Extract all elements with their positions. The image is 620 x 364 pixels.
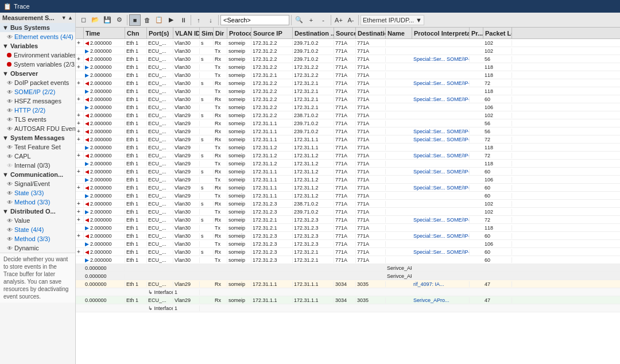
- sidebar-item-bus-systems[interactable]: ▼ Bus Systems: [0, 23, 75, 32]
- col-header-time[interactable]: Time: [84, 28, 125, 38]
- col-header-interp[interactable]: Protocol Interpretati...: [412, 28, 470, 38]
- sidebar-item-state-3-3[interactable]: 👁 State (3/3): [0, 188, 75, 198]
- col-header-sim[interactable]: Sim: [200, 28, 214, 38]
- col-header-dstp[interactable]: Destination ...: [356, 28, 386, 38]
- cell-expand[interactable]: +: [76, 216, 84, 223]
- table-row[interactable]: ▶2.000000 Eth 1 ECU_... Vlan30 Tx someip…: [76, 47, 620, 55]
- toolbar-btn-12[interactable]: A+: [333, 14, 344, 26]
- table-row[interactable]: + ◀2.000000 Eth 1 ECU_... Vlan29 s Rx so…: [76, 111, 620, 119]
- col-header-dir[interactable]: Dir: [214, 28, 227, 38]
- table-row[interactable]: + ◀2.000000 Eth 1 ECU_... Vlan30 s Rx so…: [76, 55, 620, 63]
- sidebar-item-distributed-header[interactable]: ▼ Distributed O...: [0, 207, 75, 216]
- table-row[interactable]: ▶2.000000 Eth 1 ECU_... Vlan30 Tx someip…: [76, 71, 620, 79]
- toolbar-btn-4[interactable]: ⚙: [114, 14, 125, 26]
- table-row[interactable]: + ◀2.000000 Eth 1 ECU_... Vlan30 s Rx so…: [76, 216, 620, 224]
- table-row[interactable]: + ◀2.000000 Eth 1 ECU_... Vlan29 s Rx so…: [76, 168, 620, 176]
- cell-expand[interactable]: +: [76, 112, 84, 118]
- sidebar-item-system-messages-header[interactable]: ▼ System Messages: [0, 133, 75, 142]
- sidebar-item-capl[interactable]: 👁 CAPL: [0, 152, 75, 161]
- sidebar-item-doip[interactable]: 👁 DoIP packet events: [0, 78, 75, 87]
- sidebar-item-signal-event[interactable]: 👁 Signal/Event: [0, 179, 75, 188]
- col-header-ports[interactable]: Port(s): [147, 28, 173, 38]
- col-header-pktlen[interactable]: Packet Len...: [483, 28, 512, 38]
- table-row[interactable]: ↳ Interface_A 1: [76, 288, 620, 296]
- toolbar-btn-stop[interactable]: ■: [129, 14, 141, 26]
- col-header-pr[interactable]: Pr...: [470, 28, 483, 38]
- table-row[interactable]: + ▶2.000000 Eth 1 ECU_... Vlan30 Tx some…: [76, 208, 620, 216]
- toolbar-btn-11[interactable]: -: [317, 14, 329, 26]
- col-header-vlan[interactable]: VLAN ID: [173, 28, 200, 38]
- toolbar-btn-9[interactable]: 🔍: [293, 14, 305, 26]
- toolbar-btn-8[interactable]: ↓: [205, 14, 216, 26]
- table-row[interactable]: + ◀2.000000 Eth 1 ECU_... Vlan29 s Rx so…: [76, 152, 620, 160]
- table-row[interactable]: ▶2.000000 Eth 1 ECU_... Vlan29 Tx someip…: [76, 160, 620, 168]
- col-header-dstip[interactable]: Destination ...: [293, 28, 334, 38]
- cell-expand[interactable]: +: [76, 120, 84, 126]
- table-row[interactable]: + ▶2.000000 Eth 1 ECU_... Vlan30 Tx some…: [76, 63, 620, 71]
- table-row[interactable]: + ◀2.000000 Eth 1 ECU_... Vlan30 s Rx so…: [76, 95, 620, 103]
- sidebar-item-tls[interactable]: 👁 TLS events: [0, 115, 75, 124]
- toolbar-btn-clear[interactable]: 🗑: [141, 14, 153, 26]
- table-row[interactable]: ▶2.000000 Eth 1 ECU_... Vlan30 Tx someip…: [76, 103, 620, 111]
- table-row[interactable]: ▶2.000000 Eth 1 ECU_... Vlan30 Tx someip…: [76, 240, 620, 248]
- cell-expand[interactable]: +: [76, 184, 84, 191]
- sidebar-item-variables-header[interactable]: ▼ Variables: [0, 41, 75, 51]
- col-header-chn[interactable]: Chn: [125, 28, 147, 38]
- table-row[interactable]: + ◀2.000000 Eth 1 ECU_... Vlan30 s Rx so…: [76, 39, 620, 47]
- sidebar-item-autosar[interactable]: 👁 AUTOSAR FDU Events: [0, 124, 75, 133]
- sidebar-item-http[interactable]: 👁 HTTP (2/2): [0, 106, 75, 115]
- toolbar-btn-3[interactable]: 💾: [102, 14, 113, 26]
- cell-expand[interactable]: +: [76, 249, 84, 255]
- table-area[interactable]: + ◀2.000000 Eth 1 ECU_... Vlan30 s Rx so…: [76, 39, 620, 364]
- table-row[interactable]: ▶2.000000 Eth 1 ECU_... Vlan30 Tx someip…: [76, 224, 620, 232]
- search-input[interactable]: [220, 15, 289, 25]
- table-row[interactable]: + ◀2.000000 Eth 1 ECU_... Vlan29 Rx some…: [76, 127, 620, 135]
- table-row[interactable]: 0.000000 Serivce_APro...: [76, 272, 620, 280]
- toolbar-btn-10[interactable]: +: [305, 14, 317, 26]
- sidebar-item-test-feature[interactable]: 👁 Test Feature Set: [0, 142, 75, 152]
- sidebar-item-someip[interactable]: 👁 SOME/IP (2/2): [0, 87, 75, 96]
- toolbar-btn-5[interactable]: ▶: [165, 14, 177, 26]
- table-row[interactable]: ▶2.000000 Eth 1 ECU_... Vlan29 Tx someip…: [76, 144, 620, 152]
- cell-expand[interactable]: +: [76, 128, 84, 134]
- col-header-srcp[interactable]: Source P...: [334, 28, 356, 38]
- sidebar-item-method-3-3[interactable]: 👁 Method (3/3): [0, 198, 75, 207]
- cell-expand[interactable]: +: [76, 56, 84, 62]
- toolbar-btn-13[interactable]: A-: [345, 14, 356, 26]
- sidebar-item-value[interactable]: 👁 Value: [0, 216, 75, 225]
- table-row[interactable]: 0.000000 Eth 1 ECU_... Vlan29 Rx someip …: [76, 280, 620, 288]
- filter-label[interactable]: Ethernet IP/UDP... ▼: [361, 15, 424, 25]
- filter-dropdown-icon[interactable]: ▼: [416, 17, 422, 24]
- table-row[interactable]: 0.000000 Eth 1 ECU_... Vlan29 Rx someip …: [76, 296, 620, 304]
- cell-expand[interactable]: +: [76, 168, 84, 175]
- cell-expand[interactable]: +: [76, 136, 84, 142]
- col-header-name[interactable]: Name: [386, 28, 412, 38]
- table-row[interactable]: + ◀2.000000 Eth 1 ECU_... Vlan30 s Rx so…: [76, 79, 620, 87]
- table-row[interactable]: 0.000000 Serivce_APro...: [76, 264, 620, 272]
- sidebar-item-method2[interactable]: 👁 Method (3/3): [0, 234, 75, 243]
- sidebar-item-hsfz[interactable]: 👁 HSFZ messages: [0, 96, 75, 106]
- cell-expand[interactable]: +: [76, 40, 84, 46]
- sidebar-item-state-4-4[interactable]: 👁 State (4/4): [0, 225, 75, 234]
- sidebar-item-observer-header[interactable]: ▼ Observer: [0, 69, 75, 78]
- table-row[interactable]: + ◀2.000000 Eth 1 ECU_... Vlan29 Rx some…: [76, 119, 620, 127]
- cell-expand[interactable]: +: [76, 152, 84, 158]
- sidebar-item-env-vars[interactable]: Environment variables: [0, 51, 75, 60]
- table-row[interactable]: ▶2.000000 Eth 1 ECU_... Vlan29 Tx someip…: [76, 192, 620, 200]
- cell-expand[interactable]: +: [76, 80, 84, 86]
- table-row[interactable]: ▶2.000000 Eth 1 ECU_... Vlan30 Tx someip…: [76, 87, 620, 95]
- cell-expand[interactable]: +: [76, 64, 84, 70]
- sidebar-item-internal[interactable]: 👁 Internal (0/3): [0, 161, 75, 170]
- table-row[interactable]: + ◀2.000000 Eth 1 ECU_... Vlan30 s Rx so…: [76, 232, 620, 240]
- col-header-srcip[interactable]: Source IP: [251, 28, 293, 38]
- table-row[interactable]: + ◀2.000000 Eth 1 ECU_... Vlan30 s Rx so…: [76, 248, 620, 256]
- table-row[interactable]: ▶2.000000 Eth 1 ECU_... Vlan30 Tx someip…: [76, 256, 620, 264]
- sidebar-item-dynamic[interactable]: 👁 Dynamic: [0, 243, 75, 253]
- toolbar-btn-2[interactable]: 📂: [90, 14, 101, 26]
- toolbar-btn-copy[interactable]: 📋: [153, 14, 165, 26]
- toolbar-btn-6[interactable]: ⏸: [177, 14, 189, 26]
- table-row[interactable]: + ◀2.000000 Eth 1 ECU_... Vlan29 s Rx so…: [76, 184, 620, 192]
- table-row[interactable]: ↳ Interface_A 1: [76, 304, 620, 312]
- cell-expand[interactable]: +: [76, 200, 84, 207]
- cell-expand[interactable]: +: [76, 208, 84, 215]
